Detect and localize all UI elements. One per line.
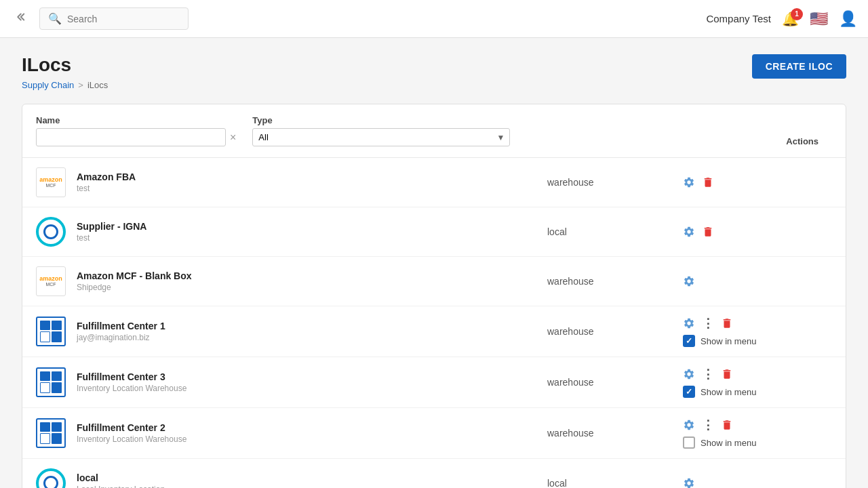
show-in-menu-label: Show in menu (701, 438, 756, 448)
igna-logo-icon (36, 217, 66, 247)
item-name: Fulfillment Center 2 (77, 422, 547, 433)
gear-button[interactable] (683, 176, 695, 188)
search-input[interactable] (67, 14, 176, 24)
notification-badge: 1 (791, 8, 803, 20)
action-group-top: ⋮ (683, 418, 832, 432)
item-type-col: warehouse (547, 326, 683, 337)
item-subtitle: test (77, 184, 547, 193)
item-logo-col (36, 217, 77, 247)
more-options-button[interactable]: ⋮ (702, 367, 714, 382)
item-type-col: warehouse (547, 428, 683, 439)
item-subtitle: Shipedge (77, 283, 547, 292)
type-filter-group: Type All warehouse local ▼ (252, 115, 510, 146)
shipedge-logo-icon (36, 317, 66, 346)
item-subtitle: test (77, 233, 547, 243)
company-name: Company Test (706, 13, 771, 24)
item-name-col: Amazon FBA test (77, 171, 547, 193)
item-name: Fulfillment Center 3 (77, 371, 547, 382)
item-name-col: Fulfillment Center 3 Inventory Location … (77, 371, 547, 393)
gear-button[interactable] (683, 317, 695, 329)
item-actions-col (683, 477, 832, 488)
item-name: Amazon MCF - Blank Box (77, 270, 547, 281)
breadcrumb-parent[interactable]: Supply Chain (22, 80, 74, 90)
name-filter-wrap: × (36, 128, 236, 146)
gear-button[interactable] (683, 477, 695, 488)
more-options-button[interactable]: ⋮ (702, 418, 714, 432)
item-subtitle: Local Inventory Location (77, 485, 547, 488)
item-type-col: local (547, 478, 683, 488)
amazon-logo-icon: amazon MCF (36, 167, 66, 197)
table-row: Fulfillment Center 3 Inventory Location … (22, 357, 846, 408)
breadcrumb-separator: > (78, 80, 83, 90)
item-actions-col: ⋮ Show in menu (683, 418, 832, 449)
item-type-col: warehouse (547, 276, 683, 287)
show-in-menu-checkbox[interactable] (683, 386, 695, 398)
gear-button[interactable] (683, 368, 695, 380)
amazon-logo-icon: amazon MCF (36, 266, 66, 296)
show-in-menu-label: Show in menu (701, 387, 756, 397)
item-type-col: warehouse (547, 177, 683, 188)
table-row: amazon MCF Amazon FBA test warehouse (22, 158, 846, 207)
show-in-menu-row: Show in menu (683, 386, 832, 398)
name-filter-input[interactable] (36, 128, 226, 146)
gear-button[interactable] (683, 226, 695, 238)
type-filter-select[interactable]: All warehouse local (252, 128, 510, 146)
action-group-top (683, 275, 832, 287)
gear-button[interactable] (683, 419, 695, 431)
flag-icon[interactable]: 🇺🇸 (810, 10, 828, 28)
page-title-section: ILocs Supply Chain > iLocs (22, 54, 108, 90)
item-logo-col (36, 317, 77, 346)
shipedge-logo-icon (36, 418, 66, 448)
action-group-top (683, 477, 832, 488)
table-row: Fulfillment Center 1 jay@imagination.biz… (22, 306, 846, 357)
delete-button[interactable] (702, 226, 714, 238)
navbar: 🔍 Company Test 🔔 1 🇺🇸 👤 (0, 0, 868, 38)
user-icon[interactable]: 👤 (839, 10, 857, 28)
table-row: Supplier - IGNA test local (22, 207, 846, 257)
action-group-top (683, 226, 832, 238)
name-filter-group: Name × (36, 115, 236, 146)
item-name-col: Fulfillment Center 2 Inventory Location … (77, 422, 547, 444)
delete-button[interactable] (721, 317, 733, 329)
shipedge-logo-icon (36, 367, 66, 397)
search-icon: 🔍 (48, 12, 62, 25)
item-subtitle: jay@imagination.biz (77, 333, 547, 342)
actions-column-label: Actions (786, 136, 832, 146)
type-filter-label: Type (252, 115, 510, 125)
create-iloc-button[interactable]: CREATE ILOC (752, 54, 846, 79)
item-subtitle: Inventory Location Warehouse (77, 384, 547, 393)
delete-button[interactable] (721, 368, 733, 380)
show-in-menu-label: Show in menu (701, 336, 756, 346)
show-in-menu-row: Show in menu (683, 335, 832, 347)
item-actions-col: ⋮ Show in menu (683, 316, 832, 347)
show-in-menu-row: Show in menu (683, 436, 832, 449)
breadcrumb-current: iLocs (87, 80, 108, 90)
item-actions-col (683, 226, 832, 238)
type-select-wrap: All warehouse local ▼ (252, 128, 510, 146)
delete-button[interactable] (721, 419, 733, 431)
name-filter-clear[interactable]: × (230, 131, 236, 144)
show-in-menu-checkbox[interactable] (683, 436, 695, 449)
item-name: local (77, 472, 547, 483)
table-row: amazon MCF Amazon MCF - Blank Box Shiped… (22, 257, 846, 306)
breadcrumb: Supply Chain > iLocs (22, 80, 108, 90)
nav-right: Company Test 🔔 1 🇺🇸 👤 (706, 10, 857, 28)
item-name-col: Supplier - IGNA test (77, 221, 547, 243)
show-in-menu-checkbox[interactable] (683, 335, 695, 347)
item-logo-col (36, 418, 77, 448)
table-row: Fulfillment Center 2 Inventory Location … (22, 408, 846, 459)
item-name: Fulfillment Center 1 (77, 321, 547, 331)
nav-back-button[interactable] (11, 8, 34, 29)
notification-button[interactable]: 🔔 1 (782, 11, 799, 27)
page-title: ILocs (22, 54, 108, 76)
filter-row: Name × Type All warehouse local ▼ Action (22, 104, 846, 158)
item-subtitle: Inventory Location Warehouse (77, 434, 547, 444)
action-group-top (683, 176, 832, 188)
name-filter-label: Name (36, 115, 236, 125)
search-bar: 🔍 (39, 7, 189, 30)
gear-button[interactable] (683, 275, 695, 287)
more-options-button[interactable]: ⋮ (702, 316, 714, 331)
delete-button[interactable] (702, 176, 714, 188)
table-row: local Local Inventory Location local (22, 459, 846, 488)
item-actions-col: ⋮ Show in menu (683, 367, 832, 398)
